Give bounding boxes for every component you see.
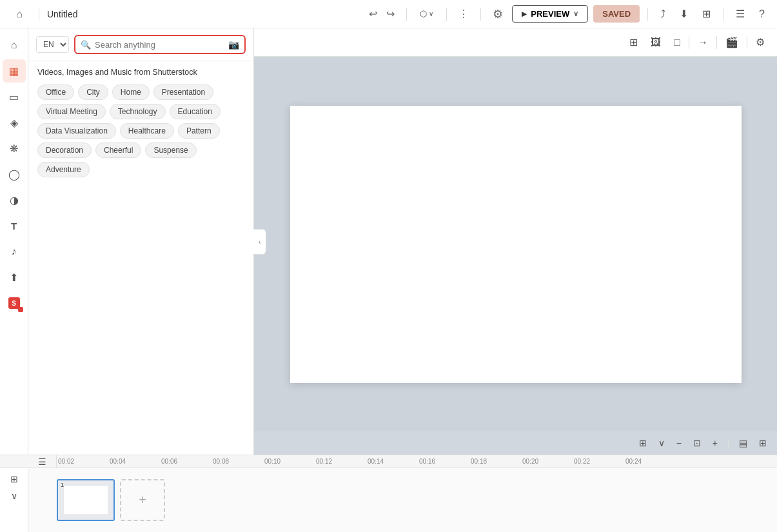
home-icon-btn[interactable]: ⌂ — [8, 3, 31, 26]
canvas-settings-button[interactable]: ⚙ — [751, 34, 769, 51]
sidebar-item-media[interactable]: ▦ — [3, 59, 26, 83]
topbar-divider-6 — [723, 8, 723, 21]
sidebar-item-upload[interactable]: ⬆ — [3, 266, 26, 289]
canvas-settings-icon: ⚙ — [756, 36, 765, 48]
redo-button[interactable]: ↪ — [382, 5, 398, 23]
ruler-mark-1: 00:02 — [57, 458, 108, 465]
canvas-wrapper — [254, 57, 777, 431]
sidebar-item-audio[interactable]: ♪ — [3, 240, 26, 263]
search-box: 🔍 📷 — [74, 35, 246, 54]
tag-office[interactable]: Office — [37, 84, 74, 100]
clip-view-button[interactable]: ▤ — [735, 436, 751, 450]
sidebar-item-brand[interactable]: ◈ — [3, 111, 26, 134]
apps-red-icon: S — [8, 297, 20, 309]
tag-adventure[interactable]: Adventure — [37, 162, 90, 177]
collapse-panel-button[interactable]: ‹ — [253, 229, 266, 255]
main-area: ⌂ ▦ ▭ ◈ ❋ ◯ ◑ T ♪ ⬆ S EN 🔍 📷 Videos, Ima… — [0, 28, 777, 455]
template-button[interactable]: ☰ — [731, 5, 749, 23]
language-select[interactable]: EN — [36, 36, 69, 53]
ruler-mark-4: 00:08 — [211, 458, 263, 465]
settings-button[interactable]: ⚙ — [489, 5, 507, 24]
preview-label: PREVIEW — [531, 9, 569, 19]
download-button[interactable]: ⬇ — [675, 5, 693, 23]
tag-technology[interactable]: Technology — [110, 104, 166, 119]
search-input[interactable] — [95, 40, 224, 50]
tag-decoration[interactable]: Decoration — [37, 143, 92, 158]
shape-insert-button[interactable]: □ — [669, 34, 685, 51]
bottom-divider — [728, 438, 729, 448]
ruler-mark-3: 00:06 — [160, 458, 211, 465]
share-button[interactable]: ⤴ — [656, 6, 670, 23]
sidebar-item-slides[interactable]: ▭ — [3, 85, 26, 108]
layers-chevron: ∨ — [429, 10, 433, 17]
tag-home[interactable]: Home — [112, 84, 150, 100]
preview-button[interactable]: ▶ PREVIEW ∨ — [512, 5, 588, 23]
tag-education[interactable]: Education — [170, 104, 221, 119]
canvas-tb-divider-1 — [689, 36, 689, 49]
mosaic-view-button[interactable]: ⊞ — [755, 436, 771, 450]
sidebar-icons: ⌂ ▦ ▭ ◈ ❋ ◯ ◑ T ♪ ⬆ S — [0, 28, 28, 455]
grid-chevron-button[interactable]: ∨ — [654, 436, 669, 450]
tag-virtual-meeting[interactable]: Virtual Meeting — [37, 104, 106, 119]
sidebar-item-analytics[interactable]: ◑ — [3, 188, 26, 212]
tag-suspense[interactable]: Suspense — [145, 143, 196, 158]
more-options-button[interactable]: ⋮ — [455, 5, 473, 23]
fit-screen-icon: ⊞ — [629, 36, 638, 48]
slide-strip: 1 + — [28, 468, 777, 532]
help-button[interactable]: ? — [754, 6, 769, 23]
tag-healthcare[interactable]: Healthcare — [120, 123, 174, 139]
slide-thumb-number: 1 — [61, 482, 64, 488]
timeline-menu-button[interactable]: ☰ — [36, 455, 48, 468]
tag-data-visualization[interactable]: Data Visualization — [37, 123, 116, 139]
ruler-mark-8: 00:16 — [418, 458, 469, 465]
timeline-left-controls: ⊞ ∨ — [0, 468, 28, 532]
timeline-ruler: ☰ 00:02 00:04 00:06 00:08 00:10 00:12 00… — [0, 455, 777, 468]
camera-icon[interactable]: 📷 — [228, 39, 239, 50]
ruler-mark-12: 00:24 — [624, 458, 676, 465]
zoom-fit-button[interactable]: ⊡ — [689, 436, 705, 450]
add-slide-button[interactable]: + — [120, 479, 165, 521]
canvas-toolbar: ⊞ 🖼 □ → 🎬 ⚙ — [254, 28, 777, 57]
sidebar-item-home[interactable]: ⌂ — [3, 34, 26, 57]
tag-section: Videos, Images and Music from Shuttersto… — [28, 61, 253, 455]
image-insert-button[interactable]: 🖼 — [646, 34, 665, 51]
video-icon: 🎬 — [725, 36, 738, 48]
page-title: Untitled — [47, 9, 77, 19]
ruler-mark-2: 00:04 — [108, 458, 160, 465]
layers-icon: ⬡ — [420, 9, 427, 19]
zoom-in-button[interactable]: + — [709, 436, 722, 450]
video-button[interactable]: 🎬 — [721, 34, 743, 51]
timeline-expand-button[interactable]: ∨ — [9, 489, 19, 503]
search-icon: 🔍 — [81, 40, 91, 50]
timeline-ruler-left: ☰ — [28, 455, 57, 468]
image-icon: 🖼 — [651, 37, 661, 48]
tag-presentation[interactable]: Presentation — [153, 84, 213, 100]
undo-button[interactable]: ↩ — [365, 5, 381, 23]
arrow-button[interactable]: → — [693, 34, 713, 51]
ruler-mark-9: 00:18 — [469, 458, 521, 465]
canvas-slide[interactable] — [290, 106, 742, 383]
sidebar-item-text[interactable]: T — [3, 214, 26, 237]
ruler-mark-7: 00:14 — [366, 458, 418, 465]
slide-thumb-content — [64, 486, 108, 514]
layers-button[interactable]: ⬡ ∨ — [415, 6, 438, 21]
tag-city[interactable]: City — [78, 84, 108, 100]
present-button[interactable]: ⊞ — [698, 5, 715, 23]
saved-button[interactable]: SAVED — [593, 5, 640, 23]
ruler-mark-5: 00:10 — [263, 458, 315, 465]
topbar-divider-2 — [406, 8, 407, 21]
sidebar-item-avatar[interactable]: ◯ — [3, 163, 26, 186]
zoom-out-button[interactable]: − — [673, 436, 685, 450]
timeline-grid-button[interactable]: ⊞ — [8, 472, 20, 486]
sidebar-item-elements[interactable]: ❋ — [3, 137, 26, 160]
tag-pattern[interactable]: Pattern — [178, 123, 220, 139]
slide-thumb-1[interactable]: 1 — [57, 479, 115, 521]
ruler-mark-11: 00:22 — [573, 458, 624, 465]
ruler-mark-10: 00:20 — [521, 458, 573, 465]
content-panel: EN 🔍 📷 Videos, Images and Music from Shu… — [28, 28, 254, 455]
fit-screen-button[interactable]: ⊞ — [625, 34, 642, 51]
tag-cheerful[interactable]: Cheerful — [95, 143, 141, 158]
sidebar-item-apps[interactable]: S — [3, 291, 26, 315]
grid-view-button[interactable]: ⊞ — [635, 436, 651, 450]
search-area: EN 🔍 📷 — [28, 28, 253, 61]
